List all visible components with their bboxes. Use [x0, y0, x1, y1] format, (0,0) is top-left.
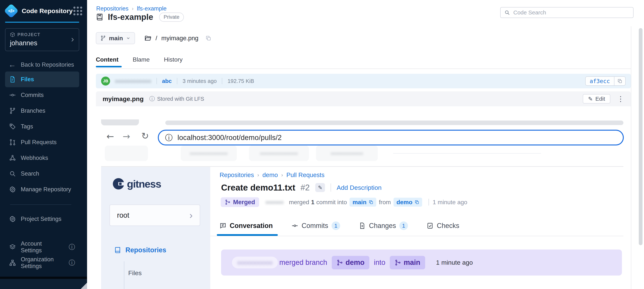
tabs-border: [210, 236, 624, 236]
project-name: johannes: [10, 39, 74, 47]
from-label: from: [379, 199, 391, 206]
merge-summary-pre: merged: [289, 199, 309, 206]
chevron-right-icon: ›: [71, 34, 74, 44]
code-search-box[interactable]: [500, 7, 634, 18]
file-size: 192.75 KiB: [228, 78, 254, 84]
info-icon: ⓘ: [149, 95, 155, 103]
project-selector[interactable]: PROJECT johannes ›: [5, 28, 79, 51]
tabs-border: [96, 68, 631, 69]
sidebar-item-project-settings[interactable]: Project Settings: [5, 211, 79, 227]
tab-conversation: Conversation: [220, 222, 273, 230]
copy-icon: [369, 200, 373, 204]
info-icon: ⓘ: [69, 258, 75, 267]
sidebar-accent-divider: [5, 22, 79, 23]
breadcrumb-current-repo[interactable]: lfs-example: [137, 5, 166, 12]
code-search-input[interactable]: [513, 9, 630, 16]
image-browser-tab-shape: [101, 120, 139, 126]
activity-target-branch-chip: main: [390, 256, 425, 269]
commit-sha-badge: af3ecc: [585, 76, 626, 86]
sidebar-item-manage-repository[interactable]: Manage Repository: [5, 182, 79, 197]
chevron-right-icon: ›: [132, 6, 134, 12]
tab-blame[interactable]: Blame: [133, 56, 150, 63]
sidebar-item-files[interactable]: Files: [5, 72, 79, 87]
pr-title-row: Create demo11.txt #2 ✎ Add Description: [221, 182, 382, 192]
tab-content[interactable]: Content: [96, 56, 118, 63]
tab-label: Commits: [302, 222, 328, 230]
branch-name: main: [109, 35, 123, 42]
pr-tabs: Conversation Commits 1 Changes 1 Ch: [220, 222, 459, 230]
divider: [330, 184, 331, 192]
bookmark-redacted: oooooooooooo: [330, 150, 363, 156]
commits-icon: [292, 222, 298, 229]
back-to-repositories[interactable]: ← Back to Repositories: [8, 60, 87, 69]
pencil-icon: ✎: [318, 184, 322, 191]
sidebar-item-webhooks[interactable]: Webhooks: [5, 150, 79, 166]
pull-request-icon: [9, 139, 16, 146]
bookmark-pill: oooooooooooooo: [181, 146, 237, 161]
merge-activity-banner: oooooooooo merged branch demo into main …: [221, 250, 622, 276]
folder-icon[interactable]: [144, 35, 152, 42]
sidebar-item-branches[interactable]: Branches: [5, 103, 79, 119]
info-icon: ⓘ: [69, 243, 75, 252]
merge-commit-count: 1: [311, 199, 314, 206]
app-switcher-grid-icon[interactable]: [74, 6, 82, 15]
divider: [428, 199, 429, 206]
tab-history[interactable]: History: [164, 56, 183, 63]
repository-book-icon: [96, 13, 104, 21]
gitness-scope-selector: root ›: [110, 204, 200, 226]
bookmark-pill: oooooooooooo: [316, 146, 378, 161]
main-content: Repositories › lfs-example lfs-example P…: [87, 0, 644, 289]
gitness-breadcrumb: Repositories › demo › Pull Requests: [220, 172, 324, 178]
gitness-logo: gitness: [112, 178, 161, 190]
tab-label: Conversation: [230, 222, 273, 230]
merged-label: Merged: [233, 198, 255, 206]
sidebar-item-label: Branches: [21, 108, 45, 114]
gitness-nav-repositories: Repositories: [114, 246, 166, 254]
sidebar-item-pull-requests[interactable]: Pull Requests: [5, 134, 79, 150]
merge-summary-post: commit into: [316, 199, 347, 206]
code-repository-logo-icon: </>: [4, 3, 18, 18]
source-branch-chip: demo: [394, 198, 422, 207]
commit-message-link[interactable]: abc: [162, 78, 172, 84]
sidebar-item-label: Files: [21, 76, 34, 83]
browser-bookmarks-row: oooooooooooooo oooooooooooooo oooooooooo…: [101, 146, 624, 162]
page-title: lfs-example: [108, 12, 153, 22]
sidebar-nav: Files Commits Branches Tags Pull Request…: [0, 72, 87, 227]
edit-button[interactable]: ✎ Edit: [583, 94, 610, 104]
image-browser-tabstrip-shape: [165, 120, 624, 125]
scope-name: root: [117, 211, 129, 219]
file-name: myimage.png: [161, 35, 198, 42]
project-label: PROJECT: [18, 32, 40, 37]
commit-sha[interactable]: af3ecc: [586, 78, 614, 84]
branch-selector-button[interactable]: main: [96, 32, 135, 44]
copy-icon[interactable]: [206, 36, 211, 41]
activity-action: merged branch: [279, 258, 327, 266]
pr-title: Create demo11.txt: [221, 182, 295, 192]
tab-changes: Changes 1: [359, 222, 408, 230]
browser-url: localhost:3000/root/demo/pulls/2: [178, 134, 282, 142]
tag-icon: [9, 123, 16, 130]
breadcrumb-repositories[interactable]: Repositories: [96, 5, 128, 12]
repo-title-row: lfs-example Private: [96, 12, 184, 22]
chat-bubble-icon: [220, 222, 226, 229]
source-branch-name: demo: [396, 199, 412, 206]
divider: [177, 78, 177, 84]
sidebar-item-search[interactable]: Search: [5, 166, 79, 182]
sidebar: </> Code Repository PROJECT johannes › ←…: [0, 0, 87, 289]
code-repository-page: </> Code Repository PROJECT johannes › ←…: [0, 0, 644, 289]
chevron-right-icon: ›: [257, 172, 259, 178]
sidebar-item-account-settings[interactable]: Account Settings ⓘ: [5, 239, 79, 255]
more-options-kebab-icon[interactable]: ⋮: [617, 95, 624, 103]
sidebar-item-label: Tags: [21, 123, 33, 130]
sidebar-bottom-bar: [0, 277, 87, 279]
sidebar-item-organization-settings[interactable]: Organization Settings ⓘ: [5, 255, 79, 271]
vertical-scrollbar[interactable]: [639, 28, 642, 245]
gitness-sidebar: gitness root › Repositories Files: [101, 167, 210, 289]
merge-icon: [225, 199, 230, 205]
corner-wedge: [81, 283, 87, 289]
copy-sha-button[interactable]: [614, 77, 625, 85]
sidebar-header: </> Code Repository: [0, 0, 87, 22]
sidebar-item-tags[interactable]: Tags: [5, 119, 79, 134]
tree-guide-line: [124, 261, 124, 289]
sidebar-item-commits[interactable]: Commits: [5, 87, 79, 103]
